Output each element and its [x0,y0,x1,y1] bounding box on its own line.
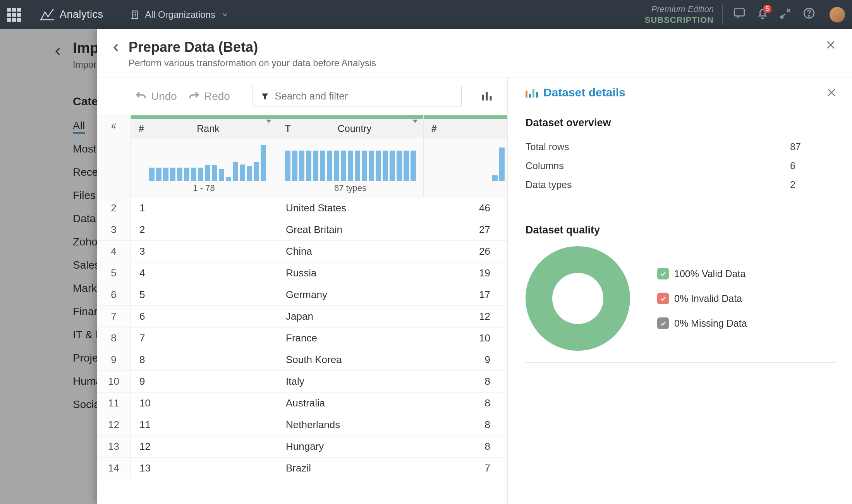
cell-gold[interactable]: 26 [424,241,507,262]
search-filter[interactable] [253,86,462,106]
table-row[interactable]: 98South Korea9 [97,349,507,371]
cell-gold[interactable]: 8 [424,393,507,414]
notifications-button[interactable]: 5 [756,7,769,22]
legend-label: 0% Invalid Data [674,293,742,304]
cell-country[interactable]: South Korea [277,349,424,370]
details-title: Dataset details [526,86,837,99]
cell-rank[interactable]: 7 [131,327,277,349]
panel-back-button[interactable] [104,39,129,58]
column-gold[interactable]: # [424,115,507,197]
cell-rank[interactable]: 4 [131,262,277,284]
cell-country[interactable]: China [277,241,424,262]
table-row[interactable]: 32Great Britain27 [97,219,507,241]
edition-info: Premium Edition SUBSCRIPTION [645,4,723,25]
row-number: 2 [97,197,131,219]
column-menu-button[interactable] [412,123,418,134]
chat-button[interactable] [733,7,746,22]
cell-country[interactable]: Brazil [277,458,424,479]
cell-country[interactable]: United States [277,197,424,219]
cell-country[interactable]: Japan [277,306,424,327]
cell-rank[interactable]: 2 [131,219,277,240]
building-icon [130,10,140,20]
panel-subtitle: Perform various transformation on your d… [129,58,376,69]
cell-gold[interactable]: 46 [424,197,507,219]
brand[interactable]: Analytics [40,8,103,21]
cell-rank[interactable]: 3 [131,241,277,262]
chevron-left-icon [111,42,122,53]
data-grid-area: Undo Redo # [97,77,507,504]
cell-country[interactable]: Netherlands [277,414,424,435]
cell-gold[interactable]: 12 [424,306,507,327]
table-row[interactable]: 1413Brazil7 [97,458,507,479]
cell-country[interactable]: Australia [277,393,424,414]
table-row[interactable]: 109Italy8 [97,371,507,393]
help-button[interactable] [802,7,816,22]
overview-key: Total rows [526,141,790,153]
toggle-histograms-button[interactable] [481,91,493,102]
org-picker[interactable]: All Organizations [130,9,229,20]
column-rank-label: Rank [150,123,266,134]
cell-rank[interactable]: 13 [131,458,277,479]
cell-rank[interactable]: 6 [131,306,277,327]
cell-gold[interactable]: 9 [424,349,507,370]
table-row[interactable]: 87France10 [97,327,507,349]
cell-country[interactable]: Germany [277,284,424,305]
cell-rank[interactable]: 1 [131,197,277,219]
cell-gold[interactable]: 7 [424,458,507,479]
panel-close-button[interactable] [825,39,837,52]
rownum-header: # [97,115,131,197]
apps-launcher-icon[interactable] [7,8,21,22]
table-row[interactable]: 1110Australia8 [97,393,507,414]
cell-rank[interactable]: 10 [131,393,277,414]
data-rows[interactable]: 21United States4632Great Britain2743Chin… [97,197,507,504]
redo-icon [188,90,200,103]
row-number: 13 [97,436,131,457]
overview-value: 87 [790,141,837,153]
cell-rank[interactable]: 12 [131,436,277,457]
column-rank[interactable]: # Rank 1 - 78 [131,115,277,197]
edition-line1: Premium Edition [645,4,714,15]
overview-rows: Total rows87Columns6Data types2 [526,137,837,194]
cell-rank[interactable]: 11 [131,414,277,435]
cell-rank[interactable]: 8 [131,349,277,370]
table-row[interactable]: 54Russia19 [97,262,507,284]
cell-gold[interactable]: 27 [424,219,507,240]
details-title-text: Dataset details [543,86,625,99]
column-country[interactable]: T Country 87 types [277,115,424,197]
cell-gold[interactable]: 8 [424,414,507,435]
cell-gold[interactable]: 19 [424,262,507,284]
cell-rank[interactable]: 9 [131,371,277,392]
histogram-gold [424,138,507,181]
cell-country[interactable]: France [277,327,424,349]
redo-button[interactable]: Redo [188,90,230,103]
org-label: All Organizations [145,9,215,20]
cell-country[interactable]: Hungary [277,436,424,457]
prepare-data-panel: Prepare Data (Beta) Perform various tran… [97,29,852,504]
chevron-down-icon [266,120,271,134]
table-row[interactable]: 65Germany17 [97,284,507,306]
cell-gold[interactable]: 8 [424,371,507,392]
row-number: 4 [97,241,131,262]
avatar[interactable] [830,7,845,22]
cell-gold[interactable]: 10 [424,327,507,349]
search-input[interactable] [275,90,453,102]
cell-rank[interactable]: 5 [131,284,277,305]
table-row[interactable]: 43China26 [97,241,507,262]
legend-label: 0% Missing Data [674,318,747,329]
quality-bar [424,115,507,119]
table-row[interactable]: 1211Netherlands8 [97,414,507,436]
row-number: 9 [97,349,131,370]
cell-country[interactable]: Italy [277,371,424,392]
table-row[interactable]: 76Japan12 [97,306,507,327]
details-close-button[interactable] [826,87,837,100]
cell-country[interactable]: Great Britain [277,219,424,240]
table-row[interactable]: 21United States46 [97,197,507,219]
undo-button[interactable]: Undo [135,90,177,103]
cell-country[interactable]: Russia [277,262,424,284]
tools-button[interactable] [779,7,792,22]
row-number: 8 [97,327,131,349]
cell-gold[interactable]: 8 [424,436,507,457]
cell-gold[interactable]: 17 [424,284,507,305]
table-row[interactable]: 1312Hungary8 [97,436,507,458]
column-menu-button[interactable] [266,123,271,134]
